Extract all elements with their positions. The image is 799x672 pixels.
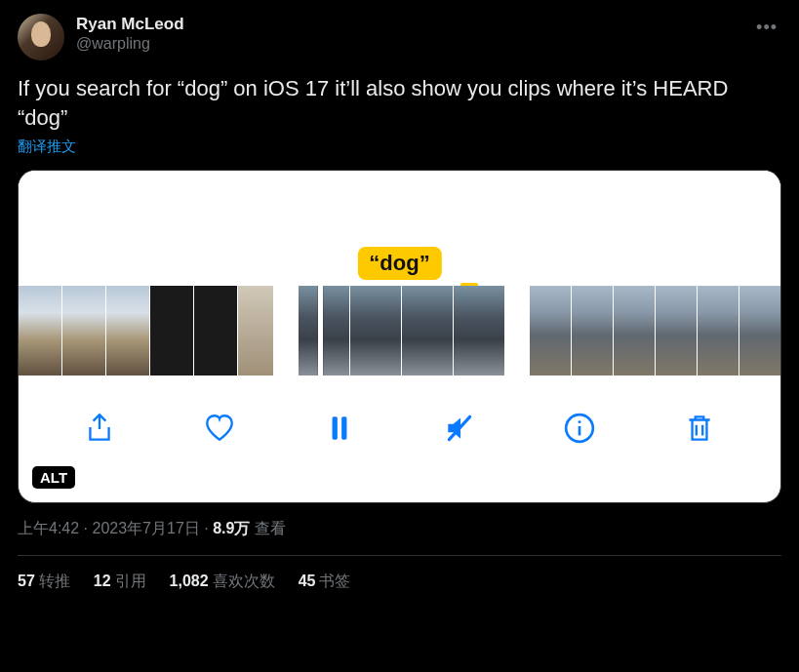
- translate-link[interactable]: 翻译推文: [18, 138, 76, 156]
- media-header-area: “dog”: [19, 171, 780, 286]
- mute-button[interactable]: [437, 406, 482, 451]
- trash-icon: [683, 412, 716, 445]
- heart-icon: [203, 412, 236, 445]
- svg-point-4: [578, 421, 580, 424]
- author-handle: @warpling: [76, 34, 740, 54]
- info-icon: [563, 412, 596, 445]
- thumbnail-frame: [656, 286, 697, 376]
- author-block[interactable]: Ryan McLeod @warpling: [76, 14, 740, 54]
- quotes-stat[interactable]: 12引用: [94, 572, 146, 592]
- share-icon: [83, 412, 116, 445]
- clip-group-2[interactable]: [299, 286, 504, 376]
- thumbnail-frame: [572, 286, 613, 376]
- thumbnail-frame: [194, 286, 237, 376]
- svg-rect-0: [333, 417, 338, 440]
- tweet-header: Ryan McLeod @warpling •••: [18, 14, 781, 60]
- thumbnail-frame: [299, 286, 349, 376]
- svg-rect-1: [341, 417, 346, 440]
- timestamp-date[interactable]: 2023年7月17日: [92, 520, 199, 536]
- playhead-indicator[interactable]: [318, 286, 323, 376]
- thumbnail-frame: [698, 286, 739, 376]
- display-name: Ryan McLeod: [76, 14, 740, 34]
- thumbnail-frame: [62, 286, 105, 376]
- quotes-count: 12: [94, 573, 111, 589]
- thumbnail-frame: [350, 286, 401, 376]
- thumbnail-frame: [238, 286, 273, 376]
- clip-group-3[interactable]: [530, 286, 780, 376]
- pause-button[interactable]: [317, 406, 362, 451]
- retweets-count: 57: [18, 573, 35, 589]
- likes-stat[interactable]: 1,082喜欢次数: [170, 572, 275, 592]
- delete-button[interactable]: [677, 406, 722, 451]
- engagement-stats: 57转推 12引用 1,082喜欢次数 45书签: [18, 556, 781, 608]
- thumbnail-frame: [19, 286, 61, 376]
- tweet-container: Ryan McLeod @warpling ••• If you search …: [0, 0, 799, 608]
- thumbnail-frame: [454, 286, 504, 376]
- caption-bubble: “dog”: [357, 247, 441, 280]
- thumbnail-frame: [614, 286, 655, 376]
- tweet-meta: 上午4:42 · 2023年7月17日 · 8.9万 查看: [18, 519, 781, 556]
- thumbnail-frame: [150, 286, 193, 376]
- tweet-text: If you search for “dog” on iOS 17 it’ll …: [18, 74, 781, 132]
- timestamp-time[interactable]: 上午4:42: [18, 520, 79, 536]
- share-button[interactable]: [77, 406, 122, 451]
- thumbnail-frame: [739, 286, 780, 376]
- thumbnail-frame: [106, 286, 149, 376]
- thumbnail-frame: [530, 286, 571, 376]
- pause-icon: [323, 412, 356, 445]
- favorite-button[interactable]: [197, 406, 242, 451]
- video-filmstrip[interactable]: [19, 286, 780, 376]
- media-toolbar: [19, 376, 780, 481]
- media-attachment[interactable]: “dog”: [18, 170, 781, 503]
- speaker-muted-icon: [443, 412, 476, 445]
- views-label: 查看: [250, 520, 285, 536]
- clip-group-1[interactable]: [19, 286, 273, 376]
- bookmarks-count: 45: [299, 573, 316, 589]
- avatar[interactable]: [18, 14, 64, 60]
- likes-count: 1,082: [170, 573, 209, 589]
- retweets-stat[interactable]: 57转推: [18, 572, 70, 592]
- thumbnail-frame: [402, 286, 453, 376]
- more-options-icon[interactable]: •••: [752, 14, 781, 42]
- views-count: 8.9万: [213, 520, 250, 536]
- info-button[interactable]: [557, 406, 602, 451]
- alt-badge[interactable]: ALT: [32, 466, 75, 489]
- bookmarks-stat[interactable]: 45书签: [299, 572, 351, 592]
